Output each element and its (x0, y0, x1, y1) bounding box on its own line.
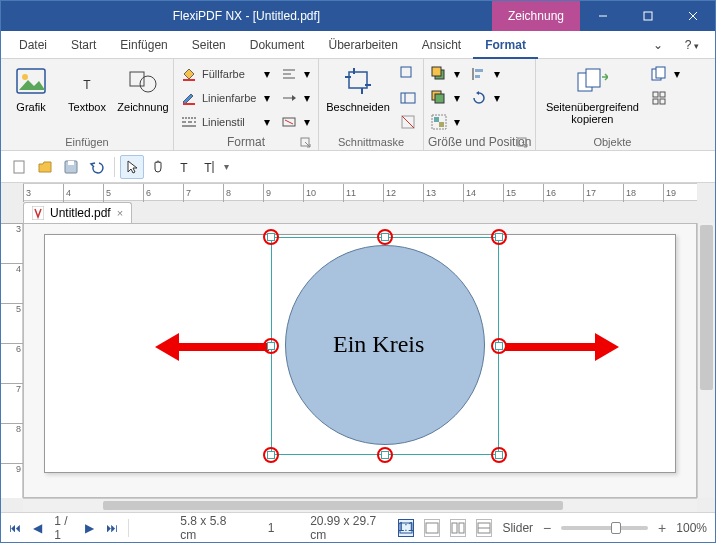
zoom-in-button[interactable]: + (658, 520, 666, 536)
selection-handle[interactable] (263, 447, 279, 463)
menu-ueberarbeiten[interactable]: Überarbeiten (316, 31, 409, 59)
menu-datei[interactable]: Datei (7, 31, 59, 59)
clip-edit-button[interactable] (397, 87, 419, 109)
pointer-tool[interactable] (120, 155, 144, 179)
insert-graphic-button[interactable]: Grafik (5, 63, 57, 115)
selection-handle[interactable] (491, 447, 507, 463)
undo-button[interactable] (85, 155, 109, 179)
horizontal-scrollbar[interactable] (23, 498, 697, 512)
menu-start[interactable]: Start (59, 31, 108, 59)
new-button[interactable] (7, 155, 31, 179)
zoom-out-button[interactable]: − (543, 520, 551, 536)
menu-dokument[interactable]: Dokument (238, 31, 317, 59)
ribbon: Grafik T Textbox Zeichnung Einfügen Füll… (1, 59, 715, 151)
menu-format[interactable]: Format (473, 31, 538, 59)
svg-text:1:1: 1:1 (399, 522, 413, 534)
align-button[interactable]: ▾ (468, 63, 504, 85)
menu-einfuegen[interactable]: Einfügen (108, 31, 179, 59)
vertical-scrollbar[interactable] (697, 223, 715, 498)
distribute-button[interactable] (648, 87, 684, 109)
document-tab-label: Untitled.pdf (50, 206, 111, 220)
svg-rect-10 (183, 103, 195, 105)
clip-remove-button[interactable] (397, 111, 419, 133)
help-button[interactable]: ? ▾ (675, 38, 709, 52)
save-button[interactable] (59, 155, 83, 179)
selection-handle[interactable] (491, 338, 507, 354)
svg-rect-27 (401, 93, 415, 103)
insert-graphic-label: Grafik (16, 101, 45, 113)
alignlines-icon (280, 65, 298, 83)
minimize-button[interactable] (580, 1, 625, 31)
clipremove-icon (399, 113, 417, 131)
chevron-down-icon[interactable]: ▾ (224, 161, 229, 172)
clear-format-button[interactable]: ▾ (278, 111, 314, 133)
selection-handle[interactable] (377, 447, 393, 463)
maximize-button[interactable] (625, 1, 670, 31)
menu-ansicht[interactable]: Ansicht (410, 31, 473, 59)
fill-color-button[interactable]: Füllfarbe ▾ (178, 63, 274, 85)
clipedit-icon (399, 89, 417, 107)
svg-rect-49 (660, 99, 665, 104)
document-canvas[interactable]: Ein Kreis (23, 223, 697, 498)
send-back-button[interactable]: ▾ (428, 87, 464, 109)
view-mode-1[interactable]: 1:1 (398, 519, 414, 537)
dialog-launcher-icon[interactable] (517, 137, 529, 149)
bring-front-button[interactable]: ▾ (428, 63, 464, 85)
arrow-left (155, 333, 269, 361)
view-mode-4[interactable] (476, 519, 492, 537)
prev-page-button[interactable]: ◀ (32, 520, 45, 536)
align-lines-button[interactable]: ▾ (278, 63, 314, 85)
text-tool[interactable]: T (172, 155, 196, 179)
hand-tool[interactable] (146, 155, 170, 179)
ribbon-group-clip-label: Schnittmaske (323, 134, 419, 150)
close-tab-button[interactable]: × (117, 207, 123, 219)
dialog-launcher-icon[interactable] (300, 137, 312, 149)
ribbon-group-insert: Grafik T Textbox Zeichnung Einfügen (1, 59, 174, 150)
ribbon-group-format: Füllfarbe ▾ Linienfarbe ▾ Linienstil ▾ ▾… (174, 59, 319, 150)
distribute-icon (650, 89, 668, 107)
svg-rect-52 (68, 161, 74, 165)
line-style-button[interactable]: Linienstil ▾ (178, 111, 274, 133)
svg-line-19 (285, 120, 293, 124)
svg-line-30 (402, 116, 414, 128)
insert-drawing-button[interactable]: Zeichnung (117, 63, 169, 115)
crop-button[interactable]: Beschneiden (323, 63, 393, 115)
svg-rect-21 (349, 72, 367, 88)
open-button[interactable] (33, 155, 57, 179)
ribbon-collapse-button[interactable]: ⌄ (641, 31, 675, 59)
svg-rect-61 (459, 523, 464, 533)
chevron-down-icon: ▾ (262, 93, 272, 103)
selection-handle[interactable] (263, 338, 279, 354)
text-edit-tool[interactable]: T (198, 155, 222, 179)
view-mode-2[interactable] (424, 519, 440, 537)
selection-handle[interactable] (491, 229, 507, 245)
document-tab[interactable]: Untitled.pdf × (23, 202, 132, 223)
arrow-right (505, 333, 619, 361)
first-page-button[interactable]: ⏮ (9, 520, 22, 536)
ribbon-group-objects: Seitenübergreifend kopieren ▾ Objekte (536, 59, 688, 150)
selection-handle[interactable] (377, 229, 393, 245)
close-button[interactable] (670, 1, 715, 31)
last-page-button[interactable]: ⏭ (105, 520, 118, 536)
chevron-down-icon: ▾ (262, 69, 272, 79)
svg-rect-48 (653, 99, 658, 104)
menu-seiten[interactable]: Seiten (180, 31, 238, 59)
ribbon-group-objects-label: Objekte (540, 134, 684, 150)
line-color-button[interactable]: Linienfarbe ▾ (178, 87, 274, 109)
svg-rect-39 (475, 69, 483, 72)
insert-textbox-button[interactable]: T Textbox (61, 63, 113, 115)
horizontal-ruler: 3 4 5 6 7 8 9 10 11 12 13 14 15 16 17 18… (23, 183, 697, 201)
next-page-button[interactable]: ▶ (83, 520, 96, 536)
page-indicator: 1 / 1 (54, 514, 72, 542)
duplicate-button[interactable]: ▾ (648, 63, 684, 85)
copy-across-pages-button[interactable]: Seitenübergreifend kopieren (540, 63, 644, 127)
svg-rect-24 (353, 68, 355, 74)
selection-handle[interactable] (263, 229, 279, 245)
view-mode-3[interactable] (450, 519, 466, 537)
pen-icon (180, 89, 198, 107)
group-objects-button[interactable]: ▾ (428, 111, 464, 133)
zoom-slider[interactable] (561, 526, 648, 530)
clip-to-shape-button[interactable] (397, 63, 419, 85)
rotate-button[interactable]: ▾ (468, 87, 504, 109)
arrow-style-button[interactable]: ▾ (278, 87, 314, 109)
